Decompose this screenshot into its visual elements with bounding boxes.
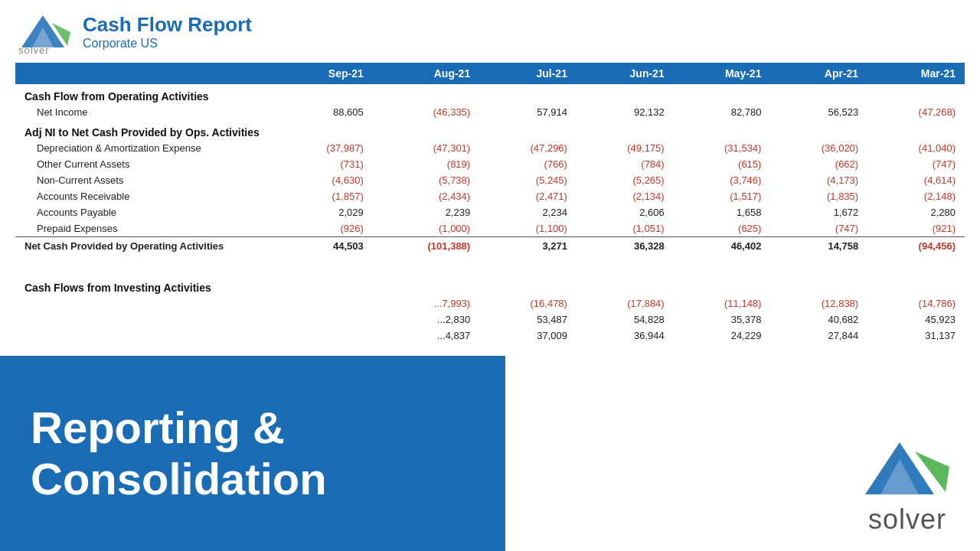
- cell-value: (2,471): [479, 188, 577, 204]
- cell-value: (731): [276, 156, 373, 172]
- solver-logo-top: solver: [15, 9, 70, 54]
- cell-value: (11,148): [674, 295, 771, 311]
- cell-value: 37,009: [479, 328, 577, 344]
- cell-value: (37,987): [276, 140, 373, 156]
- table-row: Accounts Payable2,0292,2392,2342,6061,65…: [15, 204, 965, 220]
- row-label: Prepaid Expenses: [15, 220, 276, 237]
- cell-value: 53,487: [479, 311, 577, 328]
- title-container: Cash Flow Report Corporate US: [83, 13, 252, 51]
- cell-value: (5,738): [373, 172, 479, 188]
- col-jul21: Jul-21: [479, 63, 577, 84]
- cell-value: (2,148): [867, 188, 965, 204]
- row-label: Net Income: [15, 104, 276, 120]
- row-label: [15, 295, 276, 311]
- col-label: [15, 63, 276, 84]
- overlay-line1: Reporting &: [31, 403, 285, 452]
- col-mar21: Mar-21: [867, 63, 965, 84]
- solver-logo-bottom: solver: [858, 435, 957, 536]
- table-row: [15, 255, 965, 276]
- section-header-label: Cash Flow from Operating Activities: [15, 84, 965, 104]
- cell-value: 40,682: [770, 311, 867, 328]
- row-label: Other Current Assets: [15, 156, 276, 172]
- table-body: Cash Flow from Operating ActivitiesNet I…: [15, 84, 965, 344]
- table-row: Net Income88,605(46,335)57,91492,13282,7…: [15, 104, 965, 120]
- cell-value: 3,271: [479, 237, 577, 256]
- cell-value: (4,173): [770, 172, 867, 188]
- table-row: Cash Flow from Operating Activities: [15, 84, 965, 104]
- cell-value: (5,265): [577, 172, 674, 188]
- cell-value: 57,914: [479, 104, 577, 120]
- cell-value: ...2,830: [373, 311, 479, 328]
- table-row: Other Current Assets(731)(819)(766)(784)…: [15, 156, 965, 172]
- overlay-text: Reporting & Consolidation: [31, 403, 327, 504]
- row-label: Net Cash Provided by Operating Activitie…: [15, 237, 276, 256]
- cell-value: (766): [479, 156, 577, 172]
- cell-value: 56,523: [770, 104, 867, 120]
- cell-value: 1,672: [770, 204, 867, 220]
- cell-value: (41,040): [867, 140, 965, 156]
- cell-value: 27,844: [770, 328, 867, 344]
- col-jun21: Jun-21: [577, 63, 674, 84]
- col-aug21: Aug-21: [373, 63, 479, 84]
- overlay-line2: Consolidation: [31, 454, 327, 504]
- report-title: Cash Flow Report: [83, 13, 252, 37]
- cell-value: (94,456): [867, 237, 965, 256]
- cell-value: (3,746): [674, 172, 771, 188]
- section-header-label: Adj NI to Net Cash Provided by Ops. Acti…: [15, 120, 965, 140]
- cell-value: (16,478): [479, 295, 577, 311]
- cell-value: 14,758: [770, 237, 867, 256]
- cell-value: (625): [674, 220, 771, 237]
- col-may21: May-21: [674, 63, 771, 84]
- cell-value: 46,402: [674, 237, 771, 256]
- cell-value: (747): [867, 156, 965, 172]
- cell-value: (12,838): [770, 295, 867, 311]
- header: solver Cash Flow Report Corporate US: [0, 0, 980, 63]
- cell-value: (4,614): [867, 172, 965, 188]
- cell-value: (31,534): [674, 140, 771, 156]
- cell-value: 2,280: [867, 204, 965, 220]
- table-row: Accounts Receivable(1,857)(2,434)(2,471)…: [15, 188, 965, 204]
- cell-value: (47,301): [373, 140, 479, 156]
- row-label: Non-Current Assets: [15, 172, 276, 188]
- table-row: ...2,83053,48754,82835,37840,68245,923: [15, 311, 965, 328]
- table-row: Net Cash Provided by Operating Activitie…: [15, 237, 965, 256]
- cell-value: 2,234: [479, 204, 577, 220]
- cell-value: (662): [770, 156, 867, 172]
- cell-value: (2,434): [373, 188, 479, 204]
- row-label: [15, 311, 276, 328]
- cash-flow-table: Sep-21 Aug-21 Jul-21 Jun-21 May-21 Apr-2…: [15, 63, 965, 344]
- cell-value: 31,137: [867, 328, 965, 344]
- table-container: Sep-21 Aug-21 Jul-21 Jun-21 May-21 Apr-2…: [0, 63, 980, 344]
- row-label: Accounts Receivable: [15, 188, 276, 204]
- row-label: [15, 328, 276, 344]
- table-row: Prepaid Expenses(926)(1,000)(1,100)(1,05…: [15, 220, 965, 237]
- cell-value: (49,175): [577, 140, 674, 156]
- cell-value: 35,378: [674, 311, 771, 328]
- cell-value: 82,780: [674, 104, 771, 120]
- cell-value: (17,884): [577, 295, 674, 311]
- cell-value: 44,503: [276, 237, 373, 256]
- cell-value: (921): [867, 220, 965, 237]
- cell-value: (615): [674, 156, 771, 172]
- cell-value: 2,239: [373, 204, 479, 220]
- cell-value: (1,000): [373, 220, 479, 237]
- cell-value: (1,051): [577, 220, 674, 237]
- cell-value: ...4,837: [373, 328, 479, 344]
- row-label: Depreciation & Amortization Expense: [15, 140, 276, 156]
- cell-value: (1,835): [770, 188, 867, 204]
- cell-value: 54,828: [577, 311, 674, 328]
- table-row: Adj NI to Net Cash Provided by Ops. Acti…: [15, 120, 965, 140]
- svg-text:solver: solver: [18, 44, 50, 54]
- cell-value: (2,134): [577, 188, 674, 204]
- cell-value: (1,517): [674, 188, 771, 204]
- cell-value: (819): [373, 156, 479, 172]
- table-row: Non-Current Assets(4,630)(5,738)(5,245)(…: [15, 172, 965, 188]
- cell-value: ...7,993): [373, 295, 479, 311]
- cell-value: 24,229: [674, 328, 771, 344]
- cell-value: 88,605: [276, 104, 373, 120]
- row-label: Accounts Payable: [15, 204, 276, 220]
- cell-value: (4,630): [276, 172, 373, 188]
- table-row: ...7,993)(16,478)(17,884)(11,148)(12,838…: [15, 295, 965, 311]
- table-row: Cash Flows from Investing Activities: [15, 276, 965, 295]
- cell-value: (926): [276, 220, 373, 237]
